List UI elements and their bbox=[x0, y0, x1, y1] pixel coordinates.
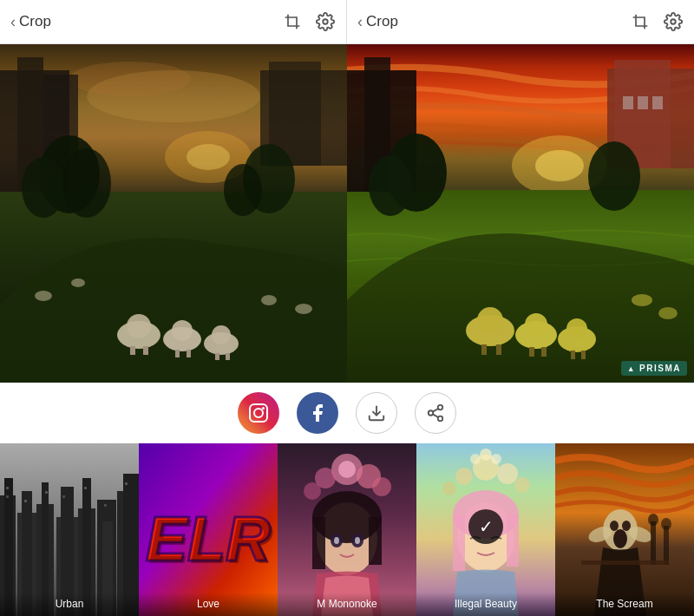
svg-point-14 bbox=[22, 157, 65, 218]
svg-rect-42 bbox=[623, 96, 633, 109]
svg-rect-136 bbox=[664, 526, 669, 565]
right-back-button[interactable]: ‹ Crop bbox=[357, 13, 398, 31]
svg-rect-90 bbox=[45, 491, 48, 494]
svg-point-122 bbox=[470, 454, 481, 464]
filter-item-urban[interactable]: Urban bbox=[0, 443, 139, 616]
filter-item-illegal-beauty[interactable]: ✓ Illegal Beauty bbox=[416, 443, 555, 616]
svg-rect-126 bbox=[507, 514, 519, 567]
filter-urban-label: Urban bbox=[0, 593, 139, 616]
svg-point-119 bbox=[514, 477, 530, 493]
svg-rect-93 bbox=[104, 504, 107, 507]
left-chevron-icon: ‹ bbox=[10, 13, 16, 31]
svg-point-19 bbox=[127, 314, 151, 338]
svg-point-120 bbox=[480, 449, 492, 461]
filter-item-mononoke[interactable]: M Mononoke bbox=[278, 443, 416, 616]
svg-point-116 bbox=[455, 468, 473, 485]
svg-point-6 bbox=[187, 144, 230, 170]
svg-rect-43 bbox=[638, 96, 648, 109]
right-settings-icon[interactable] bbox=[663, 11, 684, 32]
svg-rect-54 bbox=[529, 347, 534, 357]
svg-point-17 bbox=[224, 164, 262, 216]
svg-point-33 bbox=[295, 304, 312, 314]
left-header: ‹ Crop bbox=[0, 0, 347, 43]
svg-rect-125 bbox=[453, 514, 465, 571]
svg-rect-62 bbox=[250, 404, 267, 422]
svg-point-64 bbox=[262, 407, 265, 410]
svg-point-1 bbox=[671, 19, 676, 24]
svg-point-61 bbox=[658, 307, 678, 319]
left-back-button[interactable]: ‹ Crop bbox=[10, 13, 51, 31]
svg-rect-58 bbox=[571, 351, 575, 359]
facebook-button[interactable] bbox=[297, 392, 338, 434]
svg-rect-55 bbox=[541, 347, 547, 357]
right-header: ‹ Crop bbox=[347, 0, 694, 43]
svg-point-31 bbox=[71, 279, 85, 287]
filter-item-love[interactable]: ELR ELR ELR Love bbox=[139, 443, 278, 616]
svg-rect-87 bbox=[6, 487, 9, 489]
svg-point-53 bbox=[525, 313, 547, 336]
svg-rect-51 bbox=[496, 344, 501, 355]
svg-point-118 bbox=[442, 482, 456, 495]
svg-point-57 bbox=[566, 318, 587, 339]
svg-rect-25 bbox=[187, 350, 191, 357]
svg-rect-91 bbox=[62, 495, 65, 498]
filter-selected-checkmark: ✓ bbox=[468, 509, 503, 544]
filtered-image-panel: ▲ PRISMA bbox=[347, 44, 694, 383]
svg-rect-138 bbox=[581, 560, 668, 565]
share-button[interactable] bbox=[415, 392, 456, 434]
right-crop-icon[interactable] bbox=[630, 11, 651, 32]
filter-item-scream[interactable]: The Scream bbox=[555, 443, 694, 616]
svg-rect-24 bbox=[175, 350, 180, 357]
svg-rect-59 bbox=[581, 351, 586, 359]
left-settings-icon[interactable] bbox=[315, 11, 336, 32]
right-crop-label: Crop bbox=[366, 13, 398, 30]
svg-point-49 bbox=[477, 307, 503, 333]
right-chevron-icon: ‹ bbox=[357, 13, 363, 31]
left-crop-icon[interactable] bbox=[282, 11, 303, 32]
svg-point-117 bbox=[497, 463, 518, 484]
filter-strip: Urban ELR ELR ELR Love bbox=[0, 443, 694, 616]
svg-point-47 bbox=[588, 141, 640, 211]
svg-point-68 bbox=[438, 416, 443, 422]
svg-point-135 bbox=[648, 514, 658, 526]
svg-point-0 bbox=[323, 19, 328, 24]
svg-point-121 bbox=[491, 454, 501, 464]
prisma-badge: ▲ PRISMA bbox=[621, 361, 687, 376]
svg-point-27 bbox=[212, 325, 231, 344]
svg-rect-109 bbox=[369, 517, 382, 565]
svg-line-69 bbox=[433, 414, 438, 417]
svg-rect-134 bbox=[651, 521, 656, 565]
svg-rect-29 bbox=[226, 353, 230, 360]
filter-illegal-label: Illegal Beauty bbox=[416, 593, 555, 616]
svg-point-112 bbox=[334, 537, 339, 544]
svg-rect-94 bbox=[125, 482, 128, 485]
svg-point-46 bbox=[369, 155, 412, 216]
svg-point-104 bbox=[304, 482, 321, 500]
left-crop-label: Crop bbox=[19, 13, 51, 30]
instagram-button[interactable] bbox=[238, 392, 279, 434]
svg-rect-20 bbox=[130, 346, 135, 355]
svg-point-101 bbox=[338, 461, 356, 478]
svg-point-4 bbox=[69, 62, 191, 96]
svg-point-129 bbox=[613, 529, 627, 548]
filter-scream-label: The Scream bbox=[555, 593, 694, 616]
filter-love-label: Love bbox=[139, 593, 278, 616]
svg-point-32 bbox=[261, 295, 277, 305]
svg-point-36 bbox=[535, 150, 584, 181]
svg-rect-50 bbox=[481, 344, 487, 355]
svg-rect-92 bbox=[84, 487, 87, 489]
svg-point-105 bbox=[372, 477, 391, 496]
action-buttons-row bbox=[0, 383, 694, 443]
svg-point-137 bbox=[661, 518, 671, 530]
svg-rect-108 bbox=[312, 517, 325, 569]
svg-rect-28 bbox=[215, 353, 219, 360]
download-button[interactable] bbox=[356, 392, 397, 434]
svg-rect-21 bbox=[143, 346, 148, 355]
svg-rect-88 bbox=[6, 495, 9, 498]
svg-text:ELR: ELR bbox=[148, 507, 273, 576]
svg-point-113 bbox=[355, 537, 360, 544]
svg-point-30 bbox=[35, 291, 52, 301]
svg-point-63 bbox=[254, 409, 263, 417]
svg-point-23 bbox=[172, 320, 193, 341]
filter-mononoke-label: M Mononoke bbox=[278, 593, 416, 616]
